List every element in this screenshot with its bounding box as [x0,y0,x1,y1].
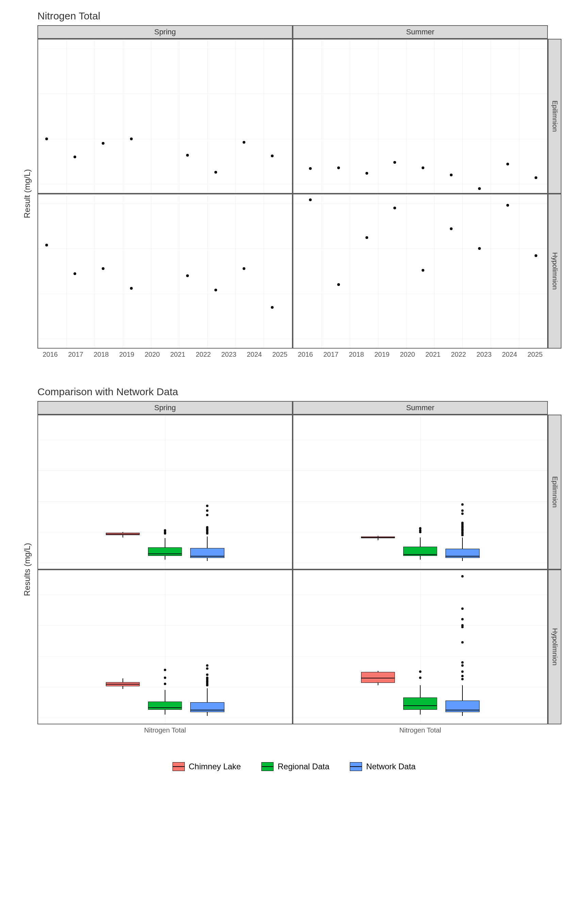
y-axis-label-1: Result (mg/L) [17,39,37,349]
chart2-title: Comparison with Network Data [37,386,571,398]
panel-summer-epi [292,39,548,194]
legend-label-network: Network Data [366,762,415,771]
x-cat-spring: Nitrogen Total [37,724,292,741]
row-strip-epi-2: Epilimnion [548,415,561,569]
panel-spring-epi: 1.501.251.000.75 [37,39,292,194]
legend-chimney: Chimney Lake [173,762,241,771]
legend-key-network [350,762,362,771]
panel2-spring-epi: 43210 [37,415,292,569]
chart1-title: Nitrogen Total [37,10,571,22]
legend-label-chimney: Chimney Lake [189,762,241,771]
x-ticks-summer: 2016201720182019202020212022202320242025 [292,349,548,365]
row-strip-hypo-2: Hypolimnion [548,569,561,724]
row-strip-hypo: Hypolimnion [548,194,561,349]
col-strip-spring: Spring [37,25,292,39]
x-ticks-spring: 2016201720182019202020212022202320242025 [37,349,292,365]
x-cat-summer: Nitrogen Total [292,724,548,741]
col-strip-summer: Summer [292,25,548,39]
legend-network: Network Data [350,762,415,771]
col-strip-summer-2: Summer [292,401,548,415]
col-strip-spring-2: Spring [37,401,292,415]
panel-spring-hypo: 1.501.251.000.75 [37,194,292,349]
row-strip-epi: Epilimnion [548,39,561,194]
panel2-summer-epi [292,415,548,569]
legend-label-regional: Regional Data [278,762,330,771]
legend-key-regional [261,762,274,771]
panel2-spring-hypo: 43210 [37,569,292,724]
panel-summer-hypo [292,194,548,349]
legend-key-chimney [173,762,185,771]
scatter-facet-chart: Nitrogen Total Spring Summer Result (mg/… [17,10,571,365]
y-axis-label-2: Results (mg/L) [17,415,37,724]
legend: Chimney Lake Regional Data Network Data [17,762,571,771]
boxplot-facet-chart: Comparison with Network Data Spring Summ… [17,386,571,741]
panel2-summer-hypo [292,569,548,724]
legend-regional: Regional Data [261,762,330,771]
